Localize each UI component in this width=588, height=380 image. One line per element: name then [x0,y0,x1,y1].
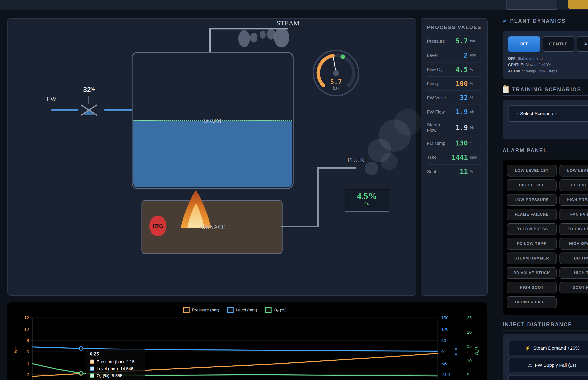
pv-label: Steam Flow [427,122,447,133]
mode-description-line: OFF: Stable demand [508,55,557,62]
alarm-button-high-tds[interactable]: HIGH TDS [559,267,588,279]
steam-puff-icon [238,30,250,47]
steam-pipe [209,28,288,29]
process-values-panel: PROCESS VALUES Pressure 5.7 barLevel 2 m… [421,18,488,296]
alarm-button-bd-timer[interactable]: BD TIMER [559,252,588,264]
pv-value: 2 [447,51,468,59]
legend-item[interactable]: Pressure (bar) [183,307,219,313]
process-value-row: Level 2 mm [427,48,481,62]
mode-button-off[interactable]: OFF [508,37,540,52]
alarm-button-bd-valve-stuck[interactable]: BD VALVE STUCK [507,267,556,279]
alarm-button-low-pressure[interactable]: LOW PRESSURE [507,194,556,206]
mode-button-active[interactable]: ACTIVE [577,37,588,52]
drum-label: DRUM [133,118,293,124]
smoke-puff-icon [381,153,398,170]
tooltip-row: Level (mm): 14.546 [90,366,141,371]
fw-valve-stem [88,96,89,104]
pv-value: 130 [447,139,468,147]
process-value-row: Steam Flow 1.9 t/h [427,119,481,136]
alarm-button-fo-low-press[interactable]: FO LOW PRESS [507,223,556,235]
wave-icon: ≈ [503,17,507,25]
alarm-panel-header: ALARM PANEL [503,148,547,153]
svg-text:O₂%: O₂% [474,346,479,355]
process-value-row: TDS 1441 ppm [427,151,481,165]
pv-unit: ppm [470,155,481,159]
svg-text:5: 5 [467,373,469,377]
tooltip-timestamp: 0:25 [90,351,141,357]
alarm-button-low-level-2nd[interactable]: LOW LEVEL 2ND [559,165,588,176]
svg-text:100: 100 [441,327,449,331]
toolbar-partial-button[interactable] [506,0,557,10]
process-value-row: Flue O₂ 4.5 % [427,62,481,77]
alarm-button-fan-failure[interactable]: FAN FAILURE [559,209,588,220]
inject-button-partial[interactable] [508,375,588,380]
svg-text:25: 25 [467,315,472,320]
alarm-button-low-level-1st[interactable]: LOW LEVEL 1ST [507,165,556,176]
smoke-puff-icon [365,162,378,175]
fw-label: FW [40,95,63,103]
alarm-button-high-level[interactable]: HIGH LEVEL [507,179,556,191]
hig-alarm-badge: HIG [149,216,166,236]
chart-tooltip: 0:25 Pressure (bar): 2.15Level (mm): 14.… [86,349,145,380]
alarm-button-high-soot[interactable]: HIGH SOOT [507,282,556,293]
tooltip-swatch-icon [90,374,94,378]
pv-label: FW Valve [427,95,447,100]
svg-text:10: 10 [467,359,472,363]
inject-disturbance-header: INJECT DISTURBANCE [503,322,572,328]
sidebar-divider [495,10,495,380]
drum-water-level [133,121,292,187]
svg-text:12: 12 [24,315,29,320]
pv-unit: t/h [470,110,481,114]
alarm-button-soot-fire[interactable]: SOOT FIRE [559,282,588,293]
toolbar-accent-button[interactable] [568,0,588,9]
inject-button-steam-demand-20-[interactable]: ⚡ Steam Demand +20% [508,341,588,355]
alarm-button-blower-fault[interactable]: BLOWER FAULT [507,296,556,308]
tooltip-swatch-icon [90,360,94,364]
pv-unit: °C [470,141,481,145]
legend-item[interactable]: Level (mm) [227,307,257,313]
boiler-diagram-panel: STEAM DRUM FW 32% 5.7 bar HIG FURNACE [7,18,416,296]
dynamics-descriptions: OFF: Stable demandGENTLE: Slow drift ±10… [508,55,557,74]
alarm-button-fo-high-press[interactable]: FO HIGH PRESS [559,223,588,235]
inject-disturbance-card: ⚡ Steam Demand +20%⚠ FW Supply Fail (5s) [503,334,588,380]
pv-value: 1.9 [447,108,468,116]
pv-value: 1441 [447,153,468,161]
alarm-button-steam-hammer[interactable]: STEAM HAMMER [507,252,556,264]
drum-vessel: DRUM [132,52,294,189]
flue-pipe [281,226,319,227]
fw-pipe-right [104,109,132,111]
section-rule [503,157,588,157]
process-value-row: Soot 11 % [427,165,481,178]
flue-pipe [317,167,319,227]
mode-description-line: GENTLE: Slow drift ±10% [508,62,557,68]
pv-label: FW Flow [427,109,447,115]
scenario-select[interactable]: -- Select Scenario -- [508,105,588,122]
alarm-panel-card: LOW LEVEL 1STLOW LEVEL 2NDHIGH LEVELHI L… [503,160,588,315]
flue-o2-value: 4.5% [345,191,389,201]
pv-label: Flue O₂ [427,67,447,72]
process-value-row: FW Flow 1.9 t/h [427,105,481,119]
trend-chart-canvas[interactable]: 12108642150100500-50-100252015105barmmO₂… [7,303,487,380]
inject-button-fw-supply-fail-5s-[interactable]: ⚠ FW Supply Fail (5s) [508,358,588,372]
flue-label: FLUE [340,156,371,164]
pv-value: 1.9 [447,124,468,132]
gauge-unit: bar [314,85,358,91]
pv-label: Pressure [427,38,447,44]
gauge-value: 5.7 [314,78,358,86]
flue-o2-readout: 4.5% O₂ [345,189,389,211]
furnace-label: FURNACE [192,224,231,230]
pv-unit: % [470,67,481,72]
alarm-button-high-pressure[interactable]: HIGH PRESSURE [559,194,588,206]
section-rule [503,27,588,27]
section-rule [503,95,588,96]
legend-item[interactable]: O₂ (%) [265,307,287,313]
warning-icon: ⚠ [528,362,532,368]
mode-button-gentle[interactable]: GENTLE [543,37,574,52]
alarm-button-hi-level-fw[interactable]: HI LEVEL FW [559,179,588,191]
fw-pipe-left [52,109,78,111]
flue-pipe [317,167,356,169]
alarm-button-flame-failure[interactable]: FLAME FAILURE [507,209,556,220]
svg-text:bar: bar [14,347,18,353]
alarm-button-high-opacity[interactable]: HIGH OPACITY [559,238,588,249]
alarm-button-fo-low-temp[interactable]: FO LOW TEMP [507,238,556,249]
